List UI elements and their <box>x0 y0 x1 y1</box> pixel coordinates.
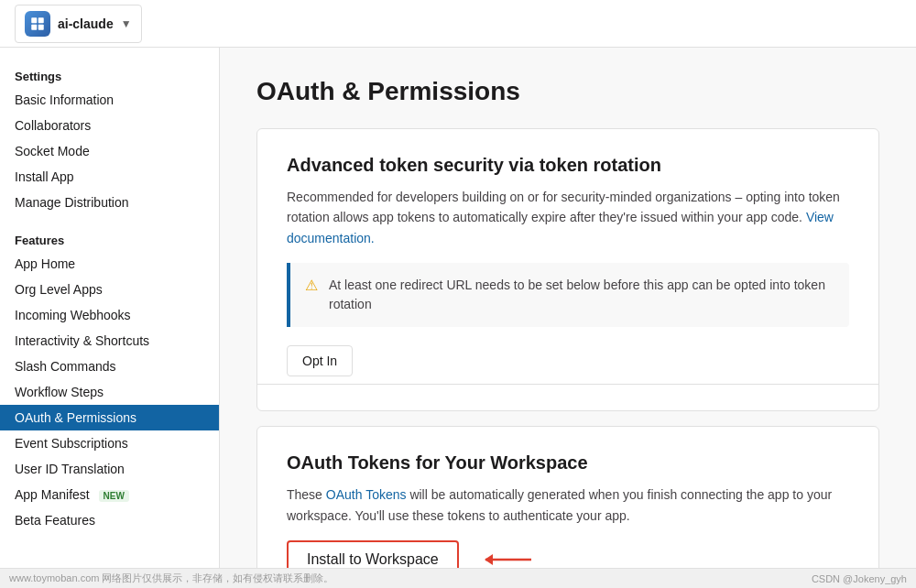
svg-rect-3 <box>38 24 44 29</box>
install-area: Install to Workspace <box>287 540 849 568</box>
sidebar-item-incoming-webhooks[interactable]: Incoming Webhooks <box>0 302 219 328</box>
oauth-tokens-title: OAuth Tokens for Your Workspace <box>287 452 849 474</box>
warning-text: At least one redirect URL needs to be se… <box>329 276 834 314</box>
top-bar: ai-claude ▼ <box>0 0 916 48</box>
oauth-tokens-description: These OAuth Tokens will be automatically… <box>287 485 849 526</box>
svg-rect-2 <box>31 24 37 29</box>
watermark-right: CSDN @Jokeny_gyh <box>812 573 907 584</box>
sidebar-item-oauth-permissions[interactable]: OAuth & Permissions <box>0 405 219 430</box>
watermark-left: www.toymoban.com 网络图片仅供展示，非存储，如有侵权请联系删除。 <box>9 572 333 585</box>
warning-icon: ⚠ <box>305 277 318 294</box>
sidebar: Settings Basic Information Collaborators… <box>0 48 220 568</box>
svg-rect-0 <box>31 17 37 23</box>
opt-in-button[interactable]: Opt In <box>287 345 353 376</box>
layout: Settings Basic Information Collaborators… <box>0 48 916 568</box>
card-divider <box>257 384 878 385</box>
token-security-description: Recommended for developers building on o… <box>287 187 849 248</box>
sidebar-item-socket-mode[interactable]: Socket Mode <box>0 138 219 164</box>
sidebar-item-basic-information[interactable]: Basic Information <box>0 87 219 113</box>
sidebar-item-org-level-apps[interactable]: Org Level Apps <box>0 277 219 302</box>
app-name-label: ai-claude <box>58 16 114 31</box>
app-icon <box>25 11 50 37</box>
warning-box: ⚠ At least one redirect URL needs to be … <box>287 263 849 327</box>
sidebar-item-interactivity-shortcuts[interactable]: Interactivity & Shortcuts <box>0 328 219 354</box>
sidebar-item-slash-commands[interactable]: Slash Commands <box>0 354 219 379</box>
features-section-label: Features <box>0 226 219 251</box>
new-badge: NEW <box>99 490 129 502</box>
sidebar-item-collaborators[interactable]: Collaborators <box>0 113 219 138</box>
arrow-indicator <box>481 549 536 568</box>
sidebar-item-user-id-translation[interactable]: User ID Translation <box>0 456 219 482</box>
install-to-workspace-button[interactable]: Install to Workspace <box>287 540 459 568</box>
token-security-card: Advanced token security via token rotati… <box>256 128 879 411</box>
sidebar-item-manage-distribution[interactable]: Manage Distribution <box>0 190 219 215</box>
settings-section-label: Settings <box>0 62 219 87</box>
sidebar-item-app-manifest[interactable]: App Manifest NEW <box>0 482 219 507</box>
oauth-tokens-link[interactable]: OAuth Tokens <box>326 487 407 502</box>
oauth-tokens-card: OAuth Tokens for Your Workspace These OA… <box>256 426 879 568</box>
token-security-title: Advanced token security via token rotati… <box>287 155 849 176</box>
sidebar-item-workflow-steps[interactable]: Workflow Steps <box>0 379 219 405</box>
sidebar-item-install-app[interactable]: Install App <box>0 164 219 190</box>
sidebar-item-app-home[interactable]: App Home <box>0 251 219 277</box>
main-content: OAuth & Permissions Advanced token secur… <box>220 48 916 568</box>
watermark-bar: www.toymoban.com 网络图片仅供展示，非存储，如有侵权请联系删除。… <box>0 568 916 588</box>
sidebar-item-event-subscriptions[interactable]: Event Subscriptions <box>0 430 219 456</box>
svg-rect-1 <box>38 17 44 23</box>
chevron-down-icon: ▼ <box>121 17 132 30</box>
svg-marker-5 <box>485 554 493 565</box>
app-selector[interactable]: ai-claude ▼ <box>15 5 142 43</box>
sidebar-item-beta-features[interactable]: Beta Features <box>0 507 219 533</box>
page-title: OAuth & Permissions <box>256 77 879 106</box>
